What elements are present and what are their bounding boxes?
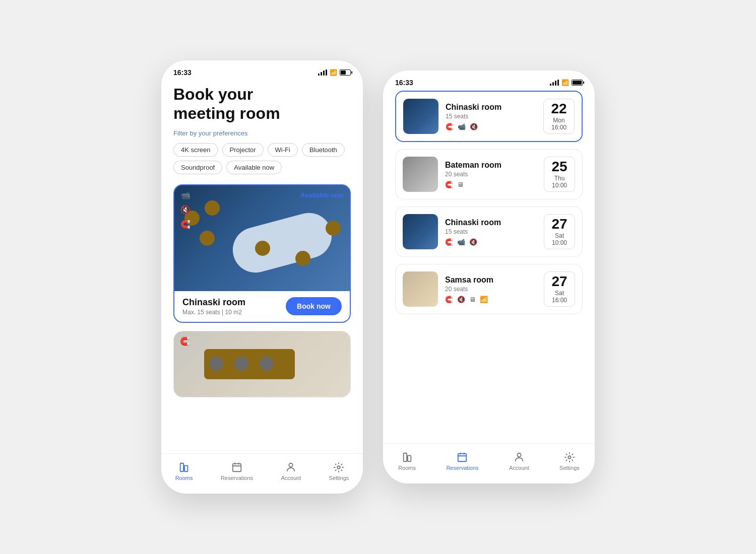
nav-account[interactable]: Account bbox=[281, 462, 301, 481]
bluetooth-icon: 🧲 bbox=[180, 220, 191, 229]
nav-reservations-label: Reservations bbox=[221, 475, 253, 481]
room-card-name: Chinaski room bbox=[182, 297, 245, 308]
reservations-icon bbox=[231, 462, 242, 473]
status-icons-right: 📶 bbox=[550, 79, 583, 86]
room-name-3: Chinaski room bbox=[445, 218, 537, 227]
left-phone-content: Book yourmeeting room Filter by your pre… bbox=[161, 81, 363, 448]
date-weekday-1: Mon bbox=[553, 117, 564, 124]
room-card-image: 📹 🔇 🧲 Available now bbox=[174, 185, 350, 291]
svg-point-14 bbox=[517, 453, 521, 456]
nav-settings-label-right: Settings bbox=[559, 465, 580, 471]
room-card-meta: Max. 15 seats | 10 m2 bbox=[182, 309, 245, 316]
time-right: 16:33 bbox=[395, 79, 413, 87]
date-badge-2: 25 Thu 10:00 bbox=[544, 157, 575, 192]
available-badge: Available now bbox=[300, 191, 344, 199]
svg-point-6 bbox=[289, 463, 293, 466]
room-name-2: Bateman room bbox=[445, 161, 537, 170]
svg-rect-0 bbox=[180, 463, 183, 471]
room-seats-4: 20 seats bbox=[445, 286, 537, 293]
nav-account-right[interactable]: Account bbox=[509, 452, 529, 471]
nav-account-label: Account bbox=[281, 475, 301, 481]
status-bar-right: 16:33 📶 bbox=[383, 71, 595, 91]
room-seats-1: 15 seats bbox=[446, 113, 536, 120]
nav-rooms[interactable]: Rooms bbox=[175, 462, 193, 481]
date-weekday-3: Sat bbox=[555, 232, 564, 239]
room-info-3: Chinaski room 15 seats 🧲 📹 🔇 bbox=[445, 218, 537, 246]
reservation-card-4[interactable]: Samsa room 20 seats 🧲 🔇 🖥 📶 27 Sat 16:00 bbox=[395, 264, 583, 314]
chair2-decor bbox=[209, 357, 223, 371]
mute-feat-icon4: 🔇 bbox=[457, 296, 465, 303]
settings-icon-right bbox=[564, 452, 575, 463]
reservation-card-2[interactable]: Bateman room 20 seats 🧲 🖥 25 Thu 10:00 bbox=[395, 149, 583, 199]
book-now-button[interactable]: Book now bbox=[286, 297, 342, 315]
nav-reservations-right[interactable]: Reservations bbox=[446, 452, 478, 471]
battery-icon bbox=[340, 70, 351, 76]
chip-4k[interactable]: 4K screen bbox=[173, 143, 218, 157]
battery-fill-right bbox=[573, 81, 582, 85]
bluetooth-feat-icon3: 🧲 bbox=[445, 238, 453, 246]
nav-settings-right[interactable]: Settings bbox=[559, 452, 580, 471]
room-features-3: 🧲 📹 🔇 bbox=[445, 238, 537, 246]
time-left: 16:33 bbox=[173, 68, 192, 77]
chip-wifi[interactable]: Wi-Fi bbox=[268, 143, 298, 157]
room-card-info: Chinaski room Max. 15 seats | 10 m2 Book… bbox=[174, 291, 350, 322]
mute-feat-icon: 🔇 bbox=[470, 123, 478, 130]
date-badge-4: 27 Sat 16:00 bbox=[544, 271, 575, 307]
battery-fill bbox=[341, 71, 346, 75]
room-feature-icons: 📹 🔇 🧲 bbox=[180, 190, 191, 229]
chip-soundproof[interactable]: Soundproof bbox=[173, 161, 222, 174]
svg-rect-2 bbox=[233, 463, 241, 471]
nav-rooms-right[interactable]: Rooms bbox=[398, 452, 416, 471]
rooms-icon bbox=[178, 462, 190, 473]
nav-reservations-label-right: Reservations bbox=[446, 465, 478, 471]
featured-room-card: 📹 🔇 🧲 Available now Chinaski room Max. 1… bbox=[173, 184, 351, 323]
bluetooth-feat-icon4: 🧲 bbox=[445, 296, 453, 303]
nav-rooms-label: Rooms bbox=[175, 475, 193, 481]
settings-icon bbox=[333, 462, 344, 473]
signal-icon bbox=[318, 70, 327, 76]
wifi-feat-icon4: 📶 bbox=[480, 296, 488, 303]
camera-feat-icon: 📹 bbox=[458, 123, 466, 130]
chair-decor bbox=[205, 200, 220, 216]
room-info-2: Bateman room 20 seats 🧲 🖥 bbox=[445, 161, 537, 188]
room-name-4: Samsa room bbox=[445, 275, 537, 285]
reservation-card-1[interactable]: Chinaski room 15 seats 🧲 📹 🔇 22 Mon 16:0… bbox=[395, 91, 583, 142]
date-badge-3: 27 Sat 10:00 bbox=[544, 214, 575, 249]
chair-decor bbox=[326, 221, 341, 236]
svg-rect-10 bbox=[458, 453, 467, 461]
room-features-1: 🧲 📹 🔇 bbox=[446, 123, 536, 130]
reservations-icon-right bbox=[457, 452, 468, 463]
date-time-2: 10:00 bbox=[552, 182, 567, 189]
room-info-4: Samsa room 20 seats 🧲 🔇 🖥 📶 bbox=[445, 275, 537, 303]
room-seats-3: 15 seats bbox=[445, 228, 537, 235]
date-day-2: 25 bbox=[551, 160, 567, 174]
reservation-card-3[interactable]: Chinaski room 15 seats 🧲 📹 🔇 27 Sat 10:0… bbox=[395, 206, 583, 257]
chip-available-now[interactable]: Available now bbox=[226, 161, 282, 174]
monitor-feat-icon4: 🖥 bbox=[469, 296, 476, 303]
thumb-image-chinaski bbox=[403, 99, 438, 134]
nav-settings[interactable]: Settings bbox=[329, 462, 349, 481]
svg-point-7 bbox=[338, 466, 341, 469]
room-card-details: Chinaski room Max. 15 seats | 10 m2 bbox=[182, 297, 245, 316]
chip-bluetooth[interactable]: Bluetooth bbox=[302, 143, 345, 157]
account-icon-right bbox=[514, 452, 525, 463]
battery-icon-right bbox=[572, 80, 583, 86]
svg-point-15 bbox=[568, 456, 571, 459]
camera-icon: 📹 bbox=[180, 190, 191, 200]
filter-chips: 4K screen Projector Wi-Fi Bluetooth Soun… bbox=[173, 143, 351, 174]
room-thumb-1 bbox=[403, 99, 438, 134]
room-name-1: Chinaski room bbox=[446, 103, 536, 112]
svg-rect-9 bbox=[408, 455, 411, 461]
bluetooth-overlay-icon: 🧲 bbox=[180, 336, 190, 346]
bluetooth-feat-icon: 🧲 bbox=[446, 123, 454, 130]
date-time-3: 10:00 bbox=[552, 239, 567, 246]
chip-projector[interactable]: Projector bbox=[222, 143, 264, 157]
nav-reservations[interactable]: Reservations bbox=[221, 462, 253, 481]
date-time-1: 16:00 bbox=[551, 124, 566, 131]
room-features-4: 🧲 🔇 🖥 📶 bbox=[445, 296, 537, 303]
date-day-3: 27 bbox=[551, 217, 567, 231]
reservations-list: Chinaski room 15 seats 🧲 📹 🔇 22 Mon 16:0… bbox=[383, 91, 595, 314]
account-icon bbox=[285, 462, 296, 473]
chair2-decor bbox=[260, 357, 274, 371]
room-thumb-2 bbox=[403, 157, 438, 192]
